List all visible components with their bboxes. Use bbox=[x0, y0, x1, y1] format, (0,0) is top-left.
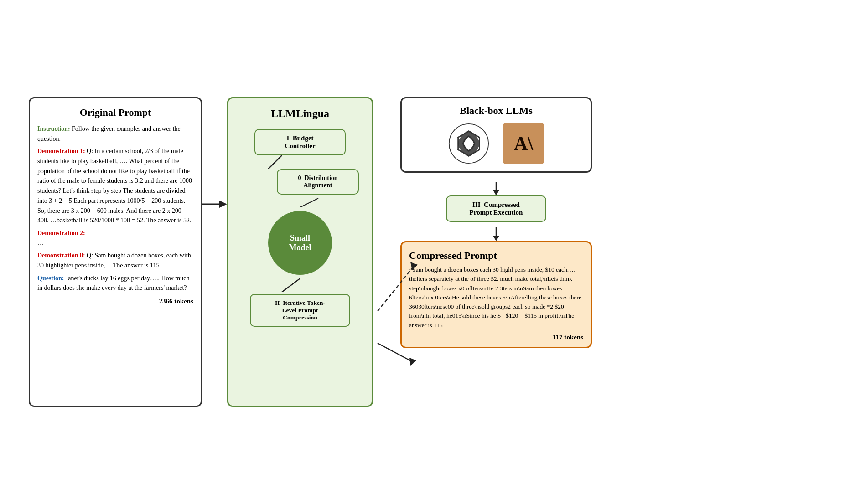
budget-controller-box: I BudgetController bbox=[254, 129, 346, 155]
svg-marker-17 bbox=[493, 190, 499, 195]
compressed-prompt-title: Compressed Prompt bbox=[409, 250, 583, 262]
svg-line-3 bbox=[300, 198, 318, 207]
iterative-compression-label: II Iterative Token-Level PromptCompressi… bbox=[275, 299, 325, 321]
small-model-circle: SmallModel bbox=[268, 211, 332, 275]
openai-icon bbox=[448, 123, 489, 164]
llm-content: I BudgetController 0 DistributionAlignme… bbox=[237, 129, 363, 327]
instruction-label: Instruction: bbox=[37, 125, 70, 132]
connector-arrows bbox=[373, 243, 419, 380]
svg-line-2 bbox=[268, 155, 282, 169]
distribution-alignment-box: 0 DistributionAlignment bbox=[277, 169, 359, 195]
diagram-container: Original Prompt Instruction: Follow the … bbox=[20, 83, 840, 421]
compressed-prompt-content: : Sam bought a dozen boxes each 30 highl… bbox=[409, 265, 583, 330]
svg-marker-1 bbox=[219, 201, 227, 208]
llmlingua-panel: LLMLingua I BudgetController 0 Distri bbox=[227, 97, 373, 407]
svg-marker-8 bbox=[409, 358, 416, 366]
svg-line-4 bbox=[282, 278, 300, 292]
small-model-label: SmallModel bbox=[289, 233, 311, 252]
arrow-to-llmlingua bbox=[202, 197, 227, 211]
question-label: Question: bbox=[37, 275, 64, 282]
right-column: Black-box LLMs bbox=[400, 97, 592, 348]
demo1-label: Demonstration 1: bbox=[37, 148, 85, 154]
blackbox-icons: A\ bbox=[411, 123, 581, 164]
compressed-exec-label: III CompressedPrompt Execution bbox=[470, 201, 523, 216]
anthropic-icon: A\ bbox=[503, 123, 544, 164]
arrow-down-to-compressed bbox=[489, 227, 503, 241]
original-prompt-panel: Original Prompt Instruction: Follow the … bbox=[29, 97, 202, 407]
llmlingua-title: LLMLingua bbox=[271, 108, 329, 120]
svg-marker-19 bbox=[493, 236, 499, 241]
anthropic-label: A\ bbox=[514, 133, 533, 154]
compressed-exec-box: III CompressedPrompt Execution bbox=[446, 195, 546, 222]
blackbox-title: Black-box LLMs bbox=[411, 105, 581, 117]
budget-controller-label: I BudgetController bbox=[285, 134, 315, 149]
iterative-compression-box: II Iterative Token-Level PromptCompressi… bbox=[250, 294, 350, 327]
arrow-down-to-exec bbox=[489, 182, 503, 195]
original-token-count: 2366 tokens bbox=[37, 298, 193, 305]
original-prompt-content: Instruction: Follow the given examples a… bbox=[37, 124, 193, 293]
blackbox-panel: Black-box LLMs bbox=[400, 97, 592, 173]
demo2-label: Demonstration 2: bbox=[37, 230, 85, 237]
original-prompt-title: Original Prompt bbox=[37, 107, 193, 118]
compressed-prompt-panel: Compressed Prompt : Sam bought a dozen b… bbox=[400, 241, 592, 348]
distribution-alignment-label: 0 DistributionAlignment bbox=[298, 175, 337, 189]
demo8-label: Demonstration 8: bbox=[37, 252, 85, 259]
compressed-token-count: 117 tokens bbox=[409, 334, 583, 341]
svg-line-5 bbox=[378, 266, 414, 311]
svg-line-7 bbox=[378, 343, 412, 361]
